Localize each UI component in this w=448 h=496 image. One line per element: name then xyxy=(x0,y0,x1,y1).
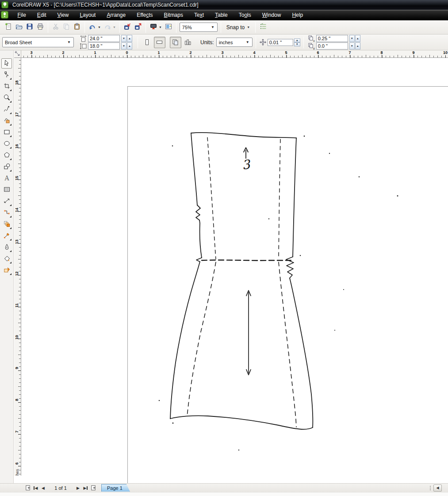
nudge-spinner[interactable]: ▲▼ xyxy=(294,38,300,46)
duplicate-y-field[interactable] xyxy=(316,42,348,50)
duplicate-y-spinner[interactable]: ▼▲ xyxy=(349,42,360,50)
duplicate-y-icon: y xyxy=(308,42,315,50)
pick-tool[interactable] xyxy=(1,58,12,69)
open-button[interactable] xyxy=(14,21,24,34)
connector-tool[interactable] xyxy=(1,208,12,218)
per-page-size-button[interactable] xyxy=(182,37,194,48)
copy-button[interactable] xyxy=(61,21,71,34)
next-page-button[interactable]: ▶ xyxy=(74,484,82,492)
color-eyedropper-tool[interactable] xyxy=(1,231,12,241)
smart-fill-tool[interactable] xyxy=(1,116,12,126)
pagebar-splitter-handle[interactable] xyxy=(429,485,432,492)
svg-text:A: A xyxy=(4,174,9,181)
horizontal-ruler[interactable]: 321012345678910 xyxy=(21,50,448,58)
chevron-down-icon[interactable]: ▼ xyxy=(113,26,116,29)
units-combo[interactable]: inches ▼ xyxy=(216,38,253,47)
seam-dashed-skirt-right xyxy=(279,262,296,427)
ellipse-tool[interactable] xyxy=(1,139,12,149)
menu-window[interactable]: Window xyxy=(257,10,287,20)
menu-tools[interactable]: Tools xyxy=(233,10,257,20)
add-page-button-2[interactable] xyxy=(89,484,97,492)
menu-layout[interactable]: Layout xyxy=(74,10,101,20)
blend-tool[interactable] xyxy=(1,219,12,229)
propbar-separator xyxy=(303,37,304,48)
toolbar-separator xyxy=(119,22,120,33)
zoom-tool[interactable] xyxy=(1,93,12,103)
last-page-button[interactable]: ▶ xyxy=(82,484,89,492)
options-icon xyxy=(259,23,267,32)
application-launcher-button[interactable]: ▼ xyxy=(149,21,163,34)
text-tool[interactable]: A xyxy=(1,173,12,183)
drawing-canvas[interactable]: 3 xyxy=(21,58,448,483)
zoom-level-combo[interactable]: 75%▼ xyxy=(180,23,218,32)
outline-pen-tool[interactable] xyxy=(1,242,12,252)
menu-text[interactable]: Text xyxy=(188,10,209,20)
undo-button[interactable]: ▼ xyxy=(88,21,102,34)
page-tab-page-1[interactable]: Page 1 xyxy=(101,484,130,492)
redo-button[interactable]: ▼ xyxy=(103,21,117,34)
add-page-button[interactable] xyxy=(24,484,32,492)
rectangle-tool[interactable] xyxy=(1,127,12,137)
paper-type-combo[interactable]: Broad Sheet ▼ xyxy=(2,37,74,47)
polygon-tool[interactable] xyxy=(1,150,12,160)
menu-help[interactable]: Help xyxy=(287,10,309,20)
menu-arrange[interactable]: Arrange xyxy=(101,10,131,20)
options-button[interactable] xyxy=(258,21,268,34)
coreldraw-app-icon[interactable] xyxy=(1,11,8,19)
landscape-button[interactable] xyxy=(154,37,165,48)
coreldraw-logo-icon xyxy=(1,1,8,8)
export-button[interactable] xyxy=(133,21,143,34)
menu-bitmaps[interactable]: Bitmaps xyxy=(158,10,188,20)
interactive-fill-tool[interactable] xyxy=(1,265,12,275)
pattern-left-notch xyxy=(196,205,200,220)
chevron-down-icon[interactable]: ▼ xyxy=(159,26,162,29)
nudge-distance-field[interactable] xyxy=(268,39,293,46)
dimension-tool[interactable] xyxy=(1,196,12,206)
welcome-screen-button[interactable] xyxy=(164,21,173,34)
ruler-origin-corner[interactable] xyxy=(14,50,21,58)
menu-edit[interactable]: Edit xyxy=(31,10,52,20)
chevron-down-icon: ▼ xyxy=(65,40,73,44)
table-tool-icon xyxy=(3,186,11,195)
portrait-button[interactable] xyxy=(142,37,153,48)
print-button[interactable] xyxy=(35,21,45,34)
menu-file[interactable]: File xyxy=(12,10,31,20)
duplicate-x-spinner[interactable]: ▼▲ xyxy=(349,35,360,42)
table-tool[interactable] xyxy=(1,185,12,195)
paper-width-spinner[interactable]: ▼▲ xyxy=(121,35,132,42)
vruler-tick xyxy=(18,370,21,371)
menu-view[interactable]: View xyxy=(52,10,74,20)
freehand-tool[interactable] xyxy=(1,104,12,114)
paste-button[interactable] xyxy=(72,21,82,34)
save-button[interactable] xyxy=(25,21,34,34)
fill-tool[interactable] xyxy=(1,254,12,264)
toolbar-separator xyxy=(146,22,146,33)
paper-height-spinner[interactable]: ▼▲ xyxy=(121,42,132,50)
basic-shapes-tool[interactable] xyxy=(1,162,12,172)
vruler-tick xyxy=(18,434,21,435)
vruler-tick xyxy=(18,275,21,275)
pattern-left-waist-notch xyxy=(196,258,202,262)
first-page-button[interactable]: ◀ xyxy=(32,484,39,492)
paper-width-field[interactable] xyxy=(88,35,120,42)
cut-button[interactable] xyxy=(51,21,61,34)
hscroll-track[interactable] xyxy=(442,485,448,492)
paper-width-icon xyxy=(80,35,87,42)
menu-table[interactable]: Table xyxy=(210,10,234,20)
all-pages-same-size-button[interactable] xyxy=(170,37,181,48)
import-button[interactable] xyxy=(123,21,132,34)
previous-page-button[interactable]: ◀ xyxy=(39,484,47,492)
chevron-down-icon[interactable]: ▼ xyxy=(98,26,101,29)
menu-effects[interactable]: Effects xyxy=(131,10,158,20)
duplicate-x-field[interactable] xyxy=(316,35,348,42)
crop-tool[interactable] xyxy=(1,81,12,92)
hscroll-left-button[interactable]: ◀ xyxy=(433,485,442,492)
window-title: CorelDRAW X5 - [C:\Users\TECHSH~1\AppDat… xyxy=(12,2,199,8)
shape-tool[interactable] xyxy=(1,70,12,80)
vertical-ruler[interactable]: 1817161514131211109876inches xyxy=(14,58,21,476)
vruler-label: 6 xyxy=(15,462,19,465)
scanned-corset-pattern[interactable]: 3 xyxy=(21,58,448,483)
paper-height-field[interactable] xyxy=(88,42,120,50)
new-document-button[interactable] xyxy=(4,21,13,34)
snap-to-dropdown[interactable]: Snap to▼ xyxy=(223,24,253,31)
